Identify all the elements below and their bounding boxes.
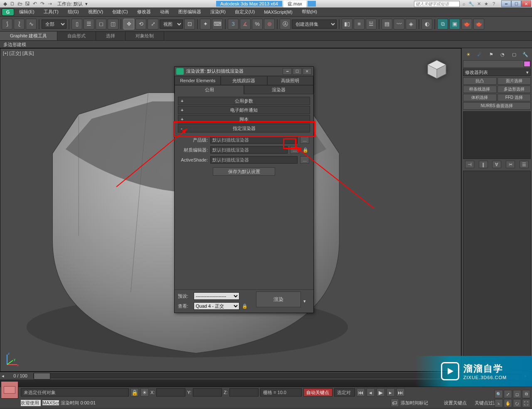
schematic-view-icon[interactable]: ◈ bbox=[406, 19, 416, 29]
undo-icon[interactable]: ↶ bbox=[32, 0, 38, 7]
modifier-stack[interactable] bbox=[463, 111, 531, 159]
menu-help[interactable]: 帮助(H) bbox=[298, 7, 321, 16]
angle-snap-icon[interactable]: ∡ bbox=[240, 19, 251, 29]
menu-animation[interactable]: 动画 bbox=[156, 7, 173, 16]
select-region-rect-icon[interactable]: ◻ bbox=[96, 19, 106, 29]
infocenter-icon[interactable]: ⌕ bbox=[461, 0, 467, 7]
preset-dropdown[interactable]: -------------------- bbox=[194, 292, 239, 300]
workspace-label[interactable]: 工作台: 默认 bbox=[57, 1, 83, 7]
utilities-panel-icon[interactable]: 🔧 bbox=[521, 50, 530, 59]
coord-z-field[interactable] bbox=[229, 388, 259, 397]
sel-button-2[interactable]: 面片选择 bbox=[498, 77, 531, 85]
dialog-maximize-button[interactable]: ☐ bbox=[293, 68, 302, 75]
sync-icon[interactable]: ✕ bbox=[475, 0, 482, 7]
sel-button-4[interactable]: 多边形选择 bbox=[498, 86, 531, 93]
redo-icon[interactable]: ↷ bbox=[39, 0, 46, 7]
curve-editor-icon[interactable]: 〰 bbox=[394, 19, 404, 29]
ribbon-tab-graphite[interactable]: Graphite 建模工具 bbox=[0, 32, 57, 40]
add-time-tag[interactable]: 添加时间标记 bbox=[401, 400, 442, 406]
menu-edit[interactable]: 编辑(E) bbox=[15, 7, 39, 16]
ribbon-tab-selection[interactable]: 选择 bbox=[96, 32, 126, 40]
rollout-common-params[interactable]: +公用参数 bbox=[178, 97, 310, 105]
material-editor-icon[interactable]: ◐ bbox=[421, 19, 432, 29]
ribbon-subpanel-label[interactable]: 多边形建模 bbox=[0, 41, 532, 48]
production-choose-button[interactable]: … bbox=[300, 136, 309, 144]
render-iterative-icon[interactable]: 🫖 bbox=[473, 19, 484, 29]
lock-icon[interactable]: 🔒 bbox=[302, 146, 309, 154]
menu-tools[interactable]: 工具(T) bbox=[39, 7, 63, 16]
dialog-titlebar[interactable]: 渲染设置: 默认扫描线渲染器 ━ ☐ ✕ bbox=[175, 67, 313, 76]
new-icon[interactable]: 🗋 bbox=[9, 0, 16, 7]
menu-rendering[interactable]: 渲染(R) bbox=[206, 7, 230, 16]
coord-y-field[interactable] bbox=[193, 388, 222, 397]
bind-icon[interactable]: ∿ bbox=[26, 19, 37, 29]
menu-maxscript[interactable]: MAXScript(M) bbox=[260, 8, 296, 16]
view-dropdown[interactable]: Quad 4 - 正交 bbox=[194, 302, 239, 310]
percent-snap-icon[interactable]: % bbox=[252, 19, 263, 29]
rotate-icon[interactable]: ⟲ bbox=[135, 19, 146, 29]
align-icon[interactable]: ≡ bbox=[354, 19, 365, 29]
selection-filter-dropdown[interactable]: 全部 bbox=[42, 20, 66, 29]
dialog-close-button[interactable]: ✕ bbox=[303, 68, 312, 75]
layer-manager-icon[interactable]: ☱ bbox=[366, 19, 377, 29]
hierarchy-panel-icon[interactable]: ⚑ bbox=[487, 50, 495, 59]
menu-modifiers[interactable]: 修改器 bbox=[133, 7, 155, 16]
tab-common[interactable]: 公用 bbox=[175, 85, 244, 94]
sel-button-3[interactable]: 样条线选择 bbox=[463, 86, 497, 93]
lock-selection-icon[interactable]: 🔒 bbox=[131, 388, 139, 397]
render-flyout-icon[interactable]: ▾ bbox=[303, 299, 310, 304]
view-lock-icon[interactable]: 🔒 bbox=[242, 304, 249, 309]
link-icon[interactable]: ⟆ bbox=[2, 19, 12, 29]
select-name-icon[interactable]: ☰ bbox=[84, 19, 94, 29]
zoom-icon[interactable]: 🔍 bbox=[495, 390, 503, 398]
rendered-frame-icon[interactable]: ▣ bbox=[449, 19, 460, 29]
pan-icon[interactable]: ✋ bbox=[504, 399, 512, 407]
scale-icon[interactable]: ⤢ bbox=[148, 19, 158, 29]
link-icon[interactable]: ⇢ bbox=[47, 0, 53, 7]
snap-toggle-icon[interactable]: 3 bbox=[228, 19, 239, 29]
unlink-icon[interactable]: ⟅ bbox=[14, 19, 25, 29]
render-button[interactable]: 渲染 bbox=[256, 291, 301, 307]
workspace-dropdown-icon[interactable]: ▾ bbox=[85, 1, 88, 7]
rollout-assign-renderer[interactable]: -指定渲染器 bbox=[178, 124, 310, 132]
render-setup-icon[interactable]: ⧉ bbox=[437, 19, 448, 29]
rollout-area[interactable] bbox=[463, 171, 531, 370]
menu-group[interactable]: 组(G) bbox=[64, 7, 83, 16]
max-toggle-icon[interactable]: ⛶ bbox=[522, 399, 530, 407]
move-icon[interactable]: ✥ bbox=[123, 19, 134, 29]
play-prev-icon[interactable]: ◂ bbox=[367, 388, 375, 397]
display-panel-icon[interactable]: ▢ bbox=[510, 50, 518, 59]
ribbon-tab-freeform[interactable]: 自由形式 bbox=[57, 32, 96, 40]
motion-panel-icon[interactable]: ◔ bbox=[498, 50, 507, 59]
render-production-icon[interactable]: 🫖 bbox=[461, 19, 472, 29]
modifier-list-dropdown[interactable]: 修改器列表▾ bbox=[463, 69, 531, 76]
menu-create[interactable]: 创建(C) bbox=[108, 7, 132, 16]
named-selection-dropdown[interactable]: 创建选择集 bbox=[292, 20, 337, 29]
play-start-icon[interactable]: ⏮ bbox=[357, 388, 365, 397]
pivot-icon[interactable]: ⊡ bbox=[184, 19, 195, 29]
rollout-scripts[interactable]: +脚本 bbox=[178, 115, 310, 123]
help-icon[interactable]: ? bbox=[490, 0, 497, 7]
key-icon[interactable]: 🔧 bbox=[468, 0, 475, 7]
sel-button-1[interactable]: 抗凸 bbox=[463, 77, 497, 85]
window-crossing-icon[interactable]: ◫ bbox=[108, 19, 118, 29]
favorite-icon[interactable]: ★ bbox=[483, 0, 490, 7]
tab-raytracer[interactable]: 光线跟踪器 bbox=[221, 76, 267, 85]
menu-grapheditors[interactable]: 图形编辑器 bbox=[174, 7, 205, 16]
timetag-icon[interactable]: 🏷 bbox=[391, 399, 399, 407]
app-menu-icon[interactable]: ◆ bbox=[2, 0, 8, 7]
sel-button-5[interactable]: 体积选择 bbox=[463, 94, 497, 101]
show-end-result-icon[interactable]: ‖ bbox=[479, 161, 488, 168]
mirror-icon[interactable]: ▮▯ bbox=[342, 19, 352, 29]
edit-named-sel-icon[interactable]: Ⓐ bbox=[280, 19, 291, 29]
dialog-minimize-button[interactable]: ━ bbox=[283, 68, 292, 75]
track-left-icon[interactable]: ◂ bbox=[2, 373, 7, 379]
zoom-extents-all-icon[interactable]: ⧉ bbox=[522, 390, 530, 398]
autokey-button[interactable]: 自动关键点 bbox=[303, 388, 332, 397]
minimize-button[interactable]: ━ bbox=[501, 0, 511, 7]
modify-panel-icon[interactable]: ☄ bbox=[475, 50, 484, 59]
orbit-icon[interactable]: ⭮ bbox=[513, 399, 521, 407]
save-as-defaults-button[interactable]: 保存为默认设置 bbox=[213, 167, 275, 176]
object-name-field[interactable] bbox=[463, 60, 531, 68]
menu-view[interactable]: 视图(V) bbox=[84, 7, 108, 16]
